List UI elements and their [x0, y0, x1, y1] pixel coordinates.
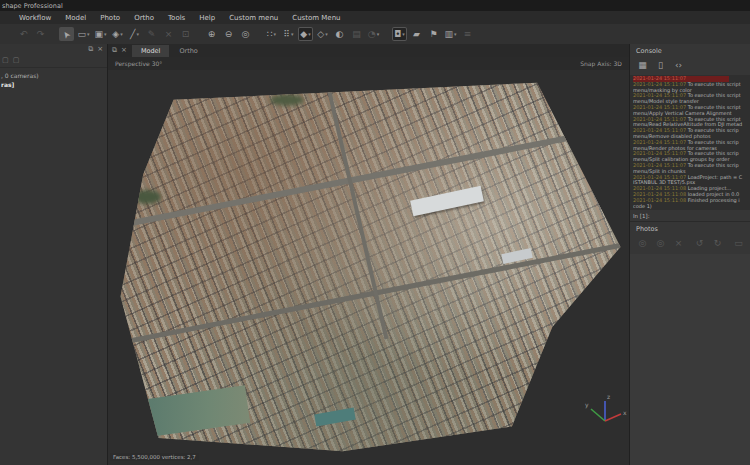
console-timestamp: 2021-01-24 15:11:07 — [633, 175, 688, 180]
show-images-icon[interactable]: ▥▾ — [443, 27, 458, 41]
dropdown-caret-icon[interactable]: ▾ — [291, 31, 294, 37]
tab-ortho[interactable]: Ortho — [170, 45, 206, 57]
workspace-dock-controls: ⧉× — [0, 44, 107, 54]
dropdown-caret-icon[interactable]: ▾ — [120, 31, 123, 37]
tab-model[interactable]: Model — [132, 45, 170, 57]
reset-view-icon[interactable]: ◎ — [238, 27, 253, 41]
workspace-panel: ⧉× ▢▢ , 0 cameras)ras] — [0, 44, 108, 465]
menu-item-model[interactable]: Model — [58, 13, 93, 23]
close-view-icon[interactable]: × — [121, 47, 127, 54]
volume-tools-icon[interactable]: ◈▾ — [110, 27, 125, 41]
menu-item-help[interactable]: Help — [192, 13, 222, 23]
clear-log-icon: ▯ — [658, 61, 663, 70]
title-bar: shape Professional — [0, 0, 750, 11]
dropdown-caret-icon[interactable]: ▾ — [274, 31, 277, 37]
console-message: To execute this scrip — [688, 151, 739, 156]
workspace-tool-icon-1[interactable]: ▢ — [2, 56, 9, 64]
model-viewport[interactable]: Perspective 30° Snap Axis: 3D z — [108, 57, 629, 465]
model-solid-icon: ◇ — [317, 30, 324, 39]
axis-z-label: z — [607, 393, 610, 400]
dropdown-caret-icon[interactable]: ▾ — [377, 31, 380, 37]
redo-icon: ↷ — [33, 27, 48, 41]
workspace-toolbar: ▢▢ — [0, 54, 107, 68]
selection-arrow-icon: ➤ — [61, 28, 73, 39]
dropdown-caret-icon[interactable]: ▾ — [325, 31, 328, 37]
console-timestamp: 2021-01-24 15:11:07 — [633, 82, 688, 87]
console-timestamp: 2021-01-24 15:11:08 — [633, 198, 688, 203]
menu-item-photo[interactable]: Photo — [93, 13, 127, 23]
dropdown-caret-icon[interactable]: ▾ — [104, 31, 107, 37]
photos-list-empty[interactable] — [630, 254, 750, 465]
photo-view-icon: ▤ — [349, 27, 364, 41]
selection-arrow-icon[interactable]: ➤ — [59, 27, 74, 41]
dropdown-caret-icon[interactable]: ▾ — [136, 31, 139, 37]
model-statistics-label: Faces: 5,500,000 vertices: 2,7 — [110, 453, 199, 461]
draw-icon: ✎ — [144, 27, 159, 41]
console-message: To execute this scrip — [688, 140, 739, 145]
dropdown-caret-icon[interactable]: ▾ — [308, 31, 311, 37]
float-panel-icon[interactable]: ⧉ — [88, 46, 93, 53]
ruler-icon[interactable]: ╱▾ — [127, 27, 142, 41]
workspace-tree-item[interactable]: ras] — [0, 80, 107, 89]
shape-selection-icon[interactable]: ▣▾ — [93, 27, 108, 41]
delete-icon: × — [165, 30, 173, 39]
photos-toolbar: ◎◎×↺↻▭▣✎▤▾ — [630, 234, 750, 253]
dense-cloud-icon: ⠿ — [283, 30, 290, 39]
show-thumbnails-icon[interactable]: ▰ — [409, 27, 424, 41]
dropdown-caret-icon[interactable]: ▾ — [87, 31, 90, 37]
zoom-in-icon[interactable]: ⊕ — [204, 27, 219, 41]
point-cloud-icon[interactable]: ∷▾ — [264, 27, 279, 41]
console-message: ISTANBUL 3D TEST/5.psx — [633, 180, 695, 185]
model-pane: ⧉× ModelOrtho Perspective 30° Snap Axis:… — [108, 44, 629, 465]
model-3d-render[interactable] — [118, 75, 623, 457]
console-message: code 1) — [633, 204, 652, 209]
axis-x-label: x — [623, 409, 627, 416]
zoom-out-icon[interactable]: ⊖ — [221, 27, 236, 41]
menu-item-tools[interactable]: Tools — [161, 13, 192, 23]
console-message: To execute this scrip — [688, 163, 739, 168]
console-message: menu/Apply Vertical Camera Alignment — [633, 111, 732, 116]
model-road — [108, 115, 629, 232]
close-panel-icon[interactable]: × — [97, 46, 103, 53]
show-cameras-icon[interactable]: ◘▾ — [392, 27, 407, 41]
workspace-tool-icon-2[interactable]: ▢ — [13, 56, 20, 64]
view-tab-bar: ⧉× ModelOrtho — [108, 44, 629, 57]
console-message: LoadProject: path = C — [688, 175, 743, 180]
menu-item-custom-menu[interactable]: Custom menu — [222, 13, 285, 23]
perspective-label: Perspective 30° — [115, 60, 162, 67]
script-console-icon[interactable]: ‹› — [671, 58, 686, 72]
main-toolbar: ↶↷➤▭▾▣▾◈▾╱▾✎×⊡⊕⊖◎∷▾⠿▾◆▾◇▾◐▤◔▾◘▾▰⚑▥▾≡ — [0, 24, 750, 45]
rectangle-selection-icon[interactable]: ▭▾ — [76, 27, 91, 41]
toolbar-gap — [50, 34, 57, 35]
show-markers-flag-icon[interactable]: ⚑ — [426, 27, 441, 41]
menu-item-custom-menu[interactable]: Custom Menu — [285, 13, 347, 23]
float-view-icon[interactable]: ⧉ — [112, 47, 117, 54]
menu-item-workflow[interactable]: Workflow — [12, 13, 58, 23]
dropdown-caret-icon[interactable]: ▾ — [454, 31, 457, 37]
workspace-tree-item[interactable]: , 0 cameras) — [0, 71, 107, 80]
photos-panel: Photos ◎◎×↺↻▭▣✎▤▾ — [630, 221, 750, 465]
crop-icon: ⊡ — [178, 27, 193, 41]
console-message: To execute this script — [688, 105, 741, 110]
model-textured-icon[interactable]: ◐ — [332, 27, 347, 41]
rotate-right-icon: ↻ — [714, 239, 722, 248]
show-cameras-icon: ◘ — [394, 30, 401, 39]
filter-photos-icon: ▭ — [734, 239, 743, 248]
dense-cloud-icon[interactable]: ⠿▾ — [281, 27, 296, 41]
console-log[interactable]: 2021-01-24 15:11:07 2021-01-24 15:11:07 … — [630, 75, 750, 210]
console-prompt[interactable]: In [1]: — [630, 210, 750, 221]
ortho-view-icon: ◔ — [368, 30, 376, 39]
model-shaded-icon[interactable]: ◆▾ — [298, 27, 313, 41]
clear-log-icon[interactable]: ▯ — [653, 58, 668, 72]
dropdown-caret-icon[interactable]: ▾ — [402, 31, 405, 37]
save-log-icon[interactable]: ▦ — [635, 58, 650, 72]
console-timestamp: 2021-01-24 15:11:08 — [633, 186, 688, 191]
snap-axis-label: Snap Axis: 3D — [580, 60, 622, 67]
photos-panel-title: Photos — [630, 222, 750, 234]
zoom-in-icon: ⊕ — [208, 30, 216, 39]
show-thumbnails-icon: ▰ — [413, 30, 420, 39]
shape-selection-icon: ▣ — [94, 30, 103, 39]
model-solid-icon[interactable]: ◇▾ — [315, 27, 330, 41]
console-panel-title: Console — [630, 44, 750, 56]
menu-item-ortho[interactable]: Ortho — [127, 13, 161, 23]
